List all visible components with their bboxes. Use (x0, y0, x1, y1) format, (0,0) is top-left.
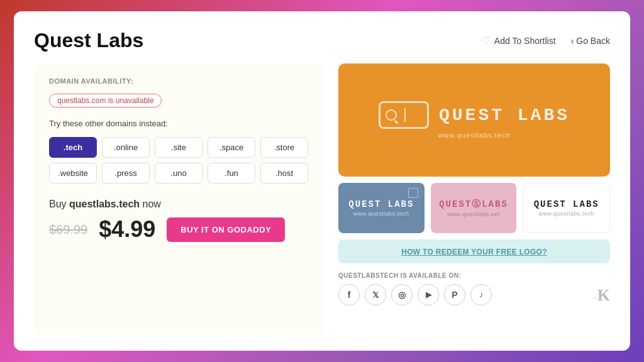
redeem-banner[interactable]: HOW TO REDEEM YOUR FREE LOGO? (338, 239, 610, 263)
domain-pill-space[interactable]: .space (208, 137, 255, 158)
tiktok-icon[interactable]: ♪ (470, 284, 492, 305)
domain-pill-store[interactable]: .store (260, 137, 308, 158)
old-price: $69.99 (49, 222, 87, 237)
domain-pill-press[interactable]: .press (102, 163, 150, 184)
domain-pill-fun[interactable]: .fun (208, 163, 255, 184)
twitter-icon[interactable]: 𝕏 (365, 284, 386, 305)
domain-pill-host[interactable]: .host (260, 163, 308, 184)
domain-pill-site[interactable]: .site (155, 137, 203, 158)
header-row: Quest Labs ♡ Add To Shortlist ‹ Go Back (34, 29, 610, 52)
buy-godaddy-button[interactable]: BUY IT ON GODADDY (167, 217, 285, 242)
facebook-icon[interactable]: f (338, 284, 360, 305)
logo-main-inner: QUEST LABS (379, 101, 570, 129)
content-row: DOMAIN AVAILABILITY: questlabs.com is un… (34, 63, 610, 336)
logo-variant-3-sub: www.questlabs.tech (538, 211, 594, 217)
cursor-line (404, 108, 406, 122)
k-logo: ··K (593, 285, 610, 305)
social-icons-row: f 𝕏 ◎ ▶ P ♪ ··K (338, 284, 610, 305)
heart-icon: ♡ (482, 35, 491, 47)
domain-pill-uno[interactable]: .uno (155, 163, 203, 184)
main-card: Quest Labs ♡ Add To Shortlist ‹ Go Back … (14, 11, 630, 351)
domain-pill-website[interactable]: .website (49, 163, 97, 184)
buy-section: Buy questlabs.tech now $69.99 $4.99 BUY … (49, 199, 308, 243)
page-title: Quest Labs (34, 29, 143, 52)
logo-variant-icon-1 (408, 188, 418, 198)
left-panel: DOMAIN AVAILABILITY: questlabs.com is un… (34, 63, 323, 336)
logo-main-text: QUEST LABS (439, 106, 570, 125)
logo-variant-2: QUESTⓈLABS www.questlabs.net (431, 183, 517, 233)
add-to-shortlist-button[interactable]: ♡ Add To Shortlist (482, 35, 556, 47)
logo-variant-2-sub: www.questlabs.net (447, 211, 500, 217)
try-other-label: Try these other domains instead: (49, 119, 308, 128)
search-circle-icon (386, 109, 397, 121)
domain-pill-online[interactable]: .online (102, 137, 150, 158)
logo-variant-3-text: QUEST LABS (534, 199, 599, 209)
logo-main: QUEST LABS www.questlabs.tech (338, 63, 610, 177)
logo-variant-1-text: QUEST LABS (348, 199, 414, 209)
social-label: QUESTLABSTECH IS AVAILABLE ON: (338, 272, 610, 279)
logo-variant-2-text: QUESTⓈLABS (439, 199, 508, 210)
search-box-icon (379, 101, 429, 129)
header-actions: ♡ Add To Shortlist ‹ Go Back (482, 35, 610, 47)
new-price: $4.99 (99, 216, 155, 243)
youtube-icon[interactable]: ▶ (418, 284, 439, 305)
logo-variant-1-sub: www.questlabs.tech (353, 211, 409, 217)
domain-grid: .tech .online .site .space .store .websi… (49, 137, 308, 184)
instagram-icon[interactable]: ◎ (391, 284, 413, 305)
domain-pill-tech[interactable]: .tech (49, 137, 97, 158)
price-row: $69.99 $4.99 BUY IT ON GODADDY (49, 216, 308, 243)
pinterest-icon[interactable]: P (444, 284, 465, 305)
logo-variant-1: QUEST LABS www.questlabs.tech (338, 183, 425, 233)
go-back-button[interactable]: ‹ Go Back (571, 36, 610, 46)
domain-availability-label: DOMAIN AVAILABILITY: (49, 77, 308, 85)
social-section: QUESTLABSTECH IS AVAILABLE ON: f 𝕏 ◎ ▶ P… (338, 272, 610, 305)
logo-variant-3: QUEST LABS www.questlabs.tech (523, 183, 610, 233)
redeem-link[interactable]: HOW TO REDEEM YOUR FREE LOGO? (401, 248, 547, 256)
right-panel: QUEST LABS www.questlabs.tech QUEST LABS… (338, 63, 610, 336)
chevron-left-icon: ‹ (571, 36, 574, 46)
buy-text: Buy questlabs.tech now (49, 199, 308, 210)
unavailable-badge: questlabs.com is unavailable (49, 94, 162, 107)
logo-variants-row: QUEST LABS www.questlabs.tech QUESTⓈLABS… (338, 183, 610, 233)
logo-main-url: www.questlabs.tech (438, 131, 510, 139)
